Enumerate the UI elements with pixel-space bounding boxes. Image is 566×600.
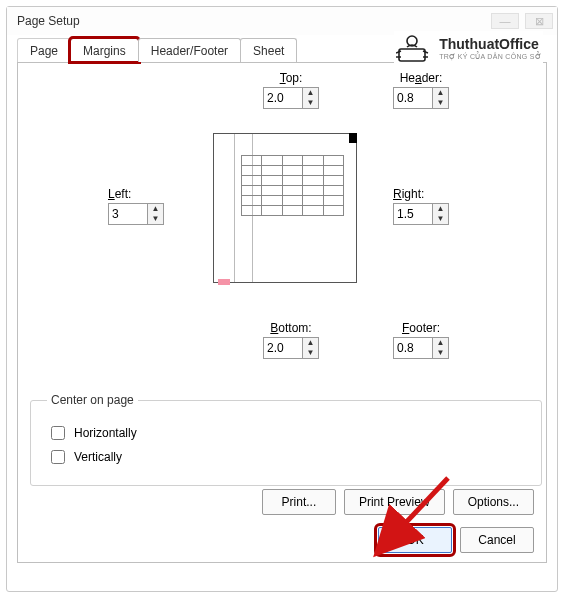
bottom-down-icon[interactable]: ▼	[303, 348, 318, 358]
window-title: Page Setup	[17, 14, 80, 28]
footer-spin[interactable]: ▲▼	[393, 337, 449, 359]
bottom-margin-group: Bottom: ▲▼	[263, 321, 319, 359]
tab-body: Top: ▲▼ Header: ▲▼	[17, 63, 547, 563]
left-spin[interactable]: ▲▼	[108, 203, 164, 225]
tab-sheet[interactable]: Sheet	[240, 38, 297, 62]
top-label: Top:	[280, 71, 303, 85]
svg-line-6	[423, 51, 428, 53]
print-button[interactable]: Print...	[262, 489, 336, 515]
ok-button[interactable]: OK	[378, 527, 452, 553]
bottom-label: Bottom:	[270, 321, 311, 335]
bottom-up-icon[interactable]: ▲	[303, 338, 318, 348]
right-spin[interactable]: ▲▼	[393, 203, 449, 225]
preview-accent-icon	[218, 279, 230, 285]
tab-margins[interactable]: Margins	[70, 38, 139, 62]
vertically-checkbox-row[interactable]: Vertically	[47, 447, 531, 467]
logo-subtitle: TRỢ KÝ CỦA DÂN CÔNG SỞ	[439, 53, 541, 60]
vertically-checkbox[interactable]	[51, 450, 65, 464]
header-margin-group: Header: ▲▼	[393, 71, 449, 109]
horizontally-checkbox[interactable]	[51, 426, 65, 440]
footer-input[interactable]	[393, 337, 433, 359]
right-input[interactable]	[393, 203, 433, 225]
header-input[interactable]	[393, 87, 433, 109]
footer-down-icon[interactable]: ▼	[433, 348, 448, 358]
left-down-icon[interactable]: ▼	[148, 214, 163, 224]
left-input[interactable]	[108, 203, 148, 225]
top-spin[interactable]: ▲▼	[263, 87, 319, 109]
horizontally-label: Horizontally	[74, 426, 137, 440]
page-setup-dialog: Page Setup — ⊠ Page Margins Header/Foote…	[6, 6, 558, 592]
button-row-1: Print... Print Preview Options...	[262, 489, 534, 515]
preview-marker-icon	[349, 133, 357, 143]
header-spin[interactable]: ▲▼	[393, 87, 449, 109]
window-buttons: — ⊠	[491, 13, 553, 29]
header-down-icon[interactable]: ▼	[433, 98, 448, 108]
right-label: Right:	[393, 187, 424, 201]
top-down-icon[interactable]: ▼	[303, 98, 318, 108]
top-margin-group: Top: ▲▼	[263, 71, 319, 109]
logo-icon	[396, 33, 434, 63]
page-preview	[213, 133, 357, 283]
tab-page[interactable]: Page	[17, 38, 71, 62]
right-margin-group: Right: ▲▼	[393, 187, 449, 225]
close-button[interactable]: ⊠	[525, 13, 553, 29]
watermark-logo: ThuthuatOffice TRỢ KÝ CỦA DÂN CÔNG SỞ	[394, 31, 543, 65]
minimize-button[interactable]: —	[491, 13, 519, 29]
tab-header-footer[interactable]: Header/Footer	[138, 38, 241, 62]
cancel-button[interactable]: Cancel	[460, 527, 534, 553]
right-down-icon[interactable]: ▼	[433, 214, 448, 224]
header-label: Header:	[400, 71, 443, 85]
bottom-spin[interactable]: ▲▼	[263, 337, 319, 359]
horizontally-checkbox-row[interactable]: Horizontally	[47, 423, 531, 443]
header-up-icon[interactable]: ▲	[433, 88, 448, 98]
svg-line-4	[396, 51, 401, 53]
center-on-page-group: Center on page Horizontally Vertically	[30, 393, 542, 486]
logo-title: ThuthuatOffice	[439, 37, 541, 51]
button-row-2: OK Cancel	[378, 527, 534, 553]
footer-margin-group: Footer: ▲▼	[393, 321, 449, 359]
top-input[interactable]	[263, 87, 303, 109]
print-preview-button[interactable]: Print Preview	[344, 489, 445, 515]
top-up-icon[interactable]: ▲	[303, 88, 318, 98]
left-up-icon[interactable]: ▲	[148, 204, 163, 214]
left-label: Left:	[108, 187, 131, 201]
right-up-icon[interactable]: ▲	[433, 204, 448, 214]
options-button[interactable]: Options...	[453, 489, 534, 515]
center-legend: Center on page	[47, 393, 138, 407]
vertically-label: Vertically	[74, 450, 122, 464]
left-margin-group: Left: ▲▼	[108, 187, 164, 225]
svg-rect-2	[399, 49, 425, 61]
footer-label: Footer:	[402, 321, 440, 335]
bottom-input[interactable]	[263, 337, 303, 359]
footer-up-icon[interactable]: ▲	[433, 338, 448, 348]
